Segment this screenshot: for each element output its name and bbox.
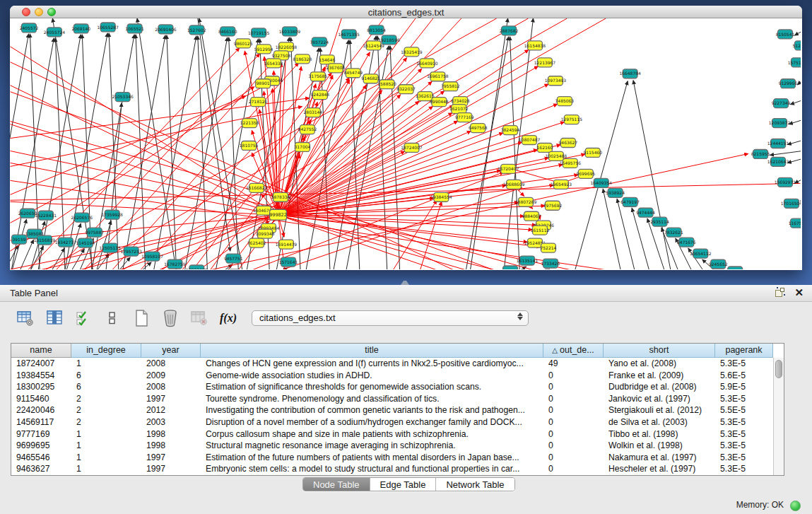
graph-node-label: 15692971	[775, 180, 796, 185]
select-all-icon[interactable]	[73, 308, 93, 328]
graph-node-label: 12213967	[534, 60, 556, 65]
column-header-name[interactable]: name	[11, 344, 71, 358]
graph-node-label: 9433412	[726, 269, 745, 269]
scrollbar-thumb[interactable]	[775, 360, 782, 378]
delete-table-icon[interactable]	[160, 308, 180, 328]
table-cell: 22420046	[11, 404, 71, 416]
table-selector[interactable]: citations_edges.txt	[252, 310, 529, 326]
graph-node-label: 8471676	[677, 240, 696, 245]
table-row[interactable]: 977716911998Corpus callosum shape and si…	[11, 428, 773, 440]
graph-node-label: 21053346	[112, 94, 134, 99]
table-cell: Nakamura et al. (1997)	[604, 452, 715, 464]
column-header-in-degree[interactable]: in_degree	[71, 344, 141, 358]
graph-node-label: 15124549	[363, 43, 384, 48]
network-canvas[interactable]: 2405572240557242069140106552871065521206…	[10, 18, 801, 269]
graph-node-label: 1615112	[531, 228, 550, 233]
table-header-row: namein_degreeyeartitle△out_de...shortpag…	[11, 344, 784, 358]
table-row[interactable]: 946362711997Embryonic stem cells: a mode…	[11, 463, 773, 475]
table-cell: Investigating the contribution of common…	[201, 404, 543, 416]
graph-node-label: 9463627	[559, 140, 578, 145]
table-cell: Dudbridge et al. (2008)	[604, 381, 715, 393]
graph-node-label: 8466160	[218, 29, 237, 34]
graph-node-label: 98901	[257, 81, 270, 86]
table-row[interactable]: 969969511998Structural magnetic resonanc…	[11, 440, 773, 452]
graph-node-label: 9115460	[583, 150, 602, 155]
window-title: citations_edges.txt	[10, 7, 802, 18]
network-graph[interactable]: 2405572240557242069140106552871065521206…	[10, 18, 801, 269]
table-cell: 1997	[141, 463, 201, 475]
graph-node-label: 1527602	[187, 28, 206, 33]
graph-node-label: 19218596	[378, 37, 400, 42]
table-cell: 0	[543, 370, 604, 382]
table-cell: 14569117	[11, 416, 71, 428]
table-row[interactable]: 1456911722003Disruption of a novel membe…	[11, 416, 773, 428]
table-cell: 5.3E-5	[715, 463, 773, 475]
table-cell: 49	[543, 358, 604, 370]
graph-edge	[278, 215, 528, 242]
graph-node-label: 9242848	[311, 92, 330, 97]
tab-network-table[interactable]: Network Table	[436, 478, 514, 491]
graph-node-label: 7625402	[247, 240, 266, 245]
column-header-year[interactable]: year	[141, 344, 201, 358]
graph-node-label: 317004	[295, 144, 311, 149]
tab-node-table[interactable]: Node Table	[303, 478, 370, 491]
graph-node-label: 162160	[537, 145, 553, 150]
table-row[interactable]: 1830029562008Estimation of significance …	[11, 381, 773, 393]
new-table-icon[interactable]	[131, 308, 151, 328]
column-header-title[interactable]: title	[201, 344, 543, 358]
graph-edge	[790, 100, 801, 105]
table-cell: 18300295	[11, 381, 71, 393]
table-cell: 0	[543, 393, 604, 405]
graph-edge	[278, 101, 419, 215]
rows-icon[interactable]	[102, 308, 122, 328]
table-row[interactable]: 2242004622012Investigating the contribut…	[11, 404, 773, 416]
graph-edge	[794, 31, 801, 35]
table-cell: 2	[71, 393, 141, 405]
graph-node-label: 18807289	[515, 199, 537, 204]
graph-node-label: 12444151	[767, 141, 789, 146]
table-row[interactable]: 1938455462009Genome-wide association stu…	[11, 370, 773, 382]
graph-node-label: 2935114	[650, 219, 669, 224]
graph-node-label: 2367608	[326, 65, 345, 70]
graph-edge	[11, 107, 302, 167]
window-titlebar[interactable]: citations_edges.txt	[10, 6, 802, 18]
cytoscape-network-desktop: citations_edges.txt 24055722405572420691…	[0, 0, 812, 285]
graph-node-label: 2069140	[71, 26, 90, 31]
close-panel-icon[interactable]: ✕	[794, 288, 804, 297]
graph-node-label: 5123084	[793, 43, 801, 48]
graph-node-label: 9327508	[272, 53, 291, 58]
table-cell: Tibbo et al. (1998)	[604, 428, 715, 440]
graph-node-label: 7485063	[555, 98, 575, 103]
tab-edge-table[interactable]: Edge Table	[370, 478, 437, 491]
table-cell: 9115460	[11, 393, 71, 405]
table-cell: Wolkin et al. (1998)	[604, 440, 715, 452]
function-builder-icon[interactable]: f(x)	[220, 312, 237, 325]
graph-edge	[55, 38, 65, 269]
table-type-tabs: Node TableEdge TableNetwork Table	[302, 477, 515, 491]
column-header-short[interactable]: short	[604, 344, 715, 358]
graph-node-label: 12093872	[769, 120, 791, 125]
table-panel-title: Table Panel	[10, 288, 58, 298]
graph-node[interactable]	[503, 266, 518, 269]
table-scrollbar[interactable]	[773, 358, 784, 475]
table-settings-icon[interactable]	[16, 308, 35, 328]
graph-node-label: 1145194	[76, 240, 95, 245]
table-row[interactable]: 1872400712008Changes of HCN gene express…	[11, 358, 773, 370]
graph-node-label: 18724007	[401, 145, 423, 150]
graph-node-label: 16210643	[767, 159, 789, 164]
graph-node-label: 9884067	[522, 214, 541, 218]
graph-node-label: 10654112	[690, 251, 712, 256]
graph-edge	[11, 84, 269, 223]
panel-resize-grip[interactable]	[401, 280, 409, 285]
float-panel-icon[interactable]	[775, 288, 784, 297]
graph-node-label: 10807487	[519, 137, 541, 142]
table-row[interactable]: 911546021997Tourette syndrome. Phenomeno…	[11, 393, 773, 405]
graph-node-label: 8322037	[396, 86, 416, 91]
table-cell: 5.3E-5	[715, 393, 773, 405]
column-header-pagerank[interactable]: pagerank	[715, 344, 773, 358]
graph-node-label: 8813054	[367, 28, 386, 33]
column-header-out-de-[interactable]: △out_de...	[543, 344, 604, 358]
table-row[interactable]: 946554611997Estimation of the future num…	[11, 452, 773, 464]
graph-node-label: 7955812	[441, 83, 460, 88]
show-columns-icon[interactable]	[45, 308, 64, 328]
